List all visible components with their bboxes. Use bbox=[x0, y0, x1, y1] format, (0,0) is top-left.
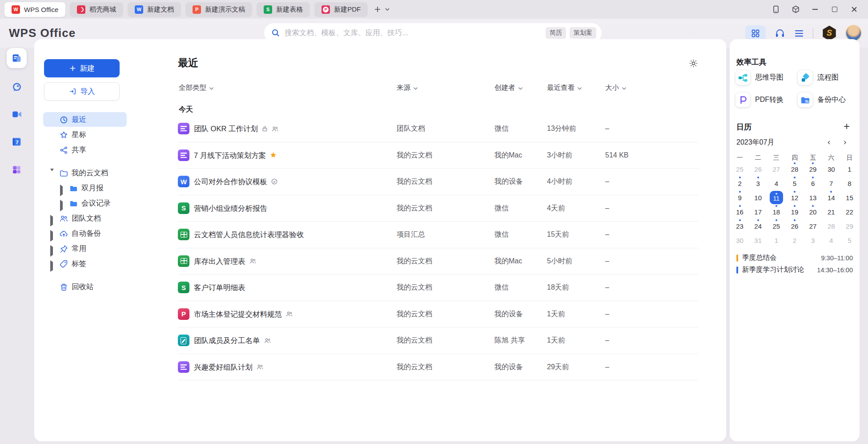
file-row[interactable]: 7 月线下活动策划方案我的云文档我的Mac3小时前514 KB bbox=[178, 142, 699, 169]
calendar-day[interactable]: 28 bbox=[785, 162, 804, 176]
search-tag-resume[interactable]: 简历 bbox=[546, 27, 566, 39]
calendar-prev-button[interactable]: ‹ bbox=[828, 137, 830, 147]
calendar-day[interactable]: 16 bbox=[731, 205, 749, 219]
tab-presentation[interactable]: P新建演示文稿 bbox=[185, 2, 252, 17]
rail-documents[interactable] bbox=[7, 48, 27, 68]
rail-apps[interactable] bbox=[7, 160, 27, 180]
calendar-day[interactable]: 12 bbox=[785, 190, 804, 205]
support-button[interactable] bbox=[775, 28, 785, 39]
calendar-event[interactable]: 新季度学习计划讨论14:30–16:00 bbox=[736, 264, 853, 276]
tab-wps[interactable]: WWPS Office bbox=[4, 2, 65, 17]
tool-backup-center[interactable]: 备份中心 bbox=[798, 93, 846, 107]
filter-4[interactable]: 大小 bbox=[605, 83, 627, 93]
calendar-day[interactable]: 6 bbox=[804, 176, 822, 190]
file-row[interactable]: 团队成员及分工名单我的云文档陈旭 共享1天前– bbox=[178, 327, 699, 354]
close-button[interactable] bbox=[850, 5, 858, 13]
new-tab-button[interactable] bbox=[374, 6, 381, 13]
calendar-day[interactable]: 13 bbox=[804, 190, 822, 205]
calendar-add-button[interactable]: + bbox=[844, 121, 850, 132]
sidebar-item-top-2[interactable]: 共享 bbox=[43, 142, 127, 157]
list-settings-button[interactable] bbox=[689, 59, 698, 70]
file-row[interactable]: P市场主体登记提交材料规范我的云文档我的设备1天前– bbox=[178, 301, 699, 328]
calendar-day[interactable]: 25 bbox=[731, 162, 749, 176]
calendar-day[interactable]: 21 bbox=[822, 205, 840, 219]
grid-apps-button[interactable] bbox=[745, 25, 766, 41]
calendar-day[interactable]: 27 bbox=[767, 162, 785, 176]
sidebar-item-tree-4[interactable]: 自动备份 bbox=[43, 226, 127, 241]
sidebar-item-tree-1[interactable]: 双月报 bbox=[43, 181, 127, 195]
calendar-day[interactable]: 23 bbox=[731, 219, 749, 233]
calendar-day[interactable]: 28 bbox=[822, 219, 840, 233]
sidebar-item-tree-3[interactable]: 团队文档 bbox=[43, 211, 127, 226]
calendar-day[interactable]: 20 bbox=[804, 205, 822, 219]
filter-0[interactable]: 全部类型 bbox=[179, 83, 214, 93]
caret-right-icon[interactable] bbox=[60, 202, 63, 210]
calendar-event[interactable]: 季度总结会9:30–11:00 bbox=[736, 252, 853, 264]
calendar-day[interactable]: 8 bbox=[840, 176, 859, 190]
calendar-day[interactable]: 24 bbox=[749, 219, 767, 233]
calendar-day[interactable]: 30 bbox=[822, 162, 840, 176]
calendar-day[interactable]: 3 bbox=[749, 176, 767, 190]
mobile-link-icon[interactable] bbox=[772, 5, 780, 13]
filter-1[interactable]: 来源 bbox=[397, 83, 418, 93]
sidebar-item-tree-6[interactable]: 标签 bbox=[43, 256, 127, 271]
calendar-next-button[interactable]: › bbox=[844, 137, 846, 147]
calendar-day[interactable]: 4 bbox=[822, 233, 840, 247]
calendar-day[interactable]: 29 bbox=[840, 219, 859, 233]
calendar-day[interactable]: 17 bbox=[749, 205, 767, 219]
file-row[interactable]: 团队 OKR 工作计划团队文档微信13分钟前– bbox=[178, 116, 699, 142]
tool-flowchart[interactable]: 流程图 bbox=[798, 70, 839, 85]
caret-right-icon[interactable] bbox=[60, 186, 63, 195]
calendar-day[interactable]: 18 bbox=[767, 205, 785, 219]
calendar-day[interactable]: 1 bbox=[767, 233, 785, 247]
svip-badge[interactable]: S bbox=[822, 26, 836, 41]
caret-right-icon[interactable] bbox=[50, 262, 53, 270]
search-tag-plan[interactable]: 策划案 bbox=[570, 27, 596, 39]
calendar-day[interactable]: 9 bbox=[731, 190, 749, 205]
sidebar-item-top-1[interactable]: 星标 bbox=[43, 127, 127, 142]
calendar-day[interactable]: 4 bbox=[767, 176, 785, 190]
rail-meeting[interactable] bbox=[7, 104, 27, 124]
filter-2[interactable]: 创建者 bbox=[494, 83, 523, 93]
tool-pdf-convert[interactable]: PDF转换 bbox=[735, 93, 784, 107]
caret-right-icon[interactable] bbox=[50, 232, 53, 240]
rail-chat[interactable] bbox=[7, 77, 27, 97]
calendar-day[interactable]: 29 bbox=[804, 162, 822, 176]
caret-right-icon[interactable] bbox=[50, 247, 53, 255]
calendar-day[interactable]: 31 bbox=[749, 233, 767, 247]
calendar-day[interactable]: 2 bbox=[731, 176, 749, 190]
calendar-day[interactable]: 15 bbox=[840, 190, 859, 205]
file-row[interactable]: 库存出入管理表我的云文档我的Mac5小时前– bbox=[178, 248, 699, 275]
sidebar-item-tree-0[interactable]: 我的云文档 bbox=[43, 165, 127, 180]
caret-right-icon[interactable] bbox=[50, 217, 53, 225]
calendar-day[interactable]: 3 bbox=[804, 233, 822, 247]
calendar-day[interactable]: 19 bbox=[785, 205, 804, 219]
file-row[interactable]: S客户订单明细表我的云文档微信18天前– bbox=[178, 274, 699, 301]
tool-mindmap[interactable]: 思维导图 bbox=[735, 70, 784, 85]
tab-docer[interactable]: 稻壳商城 bbox=[70, 2, 123, 17]
calendar-day[interactable]: 7 bbox=[822, 176, 840, 190]
calendar-day[interactable]: 5 bbox=[785, 176, 804, 190]
tab-writer[interactable]: W新建文档 bbox=[128, 2, 181, 17]
maximize-button[interactable] bbox=[831, 5, 839, 13]
tab-sheet[interactable]: S新建表格 bbox=[257, 2, 310, 17]
tab-pdf[interactable]: P新建PDF bbox=[314, 2, 368, 17]
calendar-day[interactable]: 25 bbox=[767, 219, 785, 233]
caret-down-icon[interactable] bbox=[50, 171, 54, 180]
calendar-day[interactable]: 2 bbox=[785, 233, 804, 247]
calendar-day[interactable]: 26 bbox=[785, 219, 804, 233]
rail-calendar[interactable]: 7 bbox=[7, 132, 27, 152]
calendar-day[interactable]: 22 bbox=[840, 205, 859, 219]
calendar-day[interactable]: 30 bbox=[731, 233, 749, 247]
calendar-day[interactable]: 26 bbox=[749, 162, 767, 176]
sidebar-item-trash[interactable]: 回收站 bbox=[43, 279, 127, 294]
calendar-day[interactable]: 5 bbox=[840, 233, 859, 247]
main-menu-button[interactable] bbox=[794, 29, 804, 37]
minimize-button[interactable] bbox=[811, 5, 819, 13]
calendar-day[interactable]: 27 bbox=[804, 219, 822, 233]
sidebar-item-tree-2[interactable]: 会议记录 bbox=[43, 196, 127, 210]
file-row[interactable]: W公司对外合作协议模板我的云文档我的设备4小时前– bbox=[178, 169, 699, 195]
calendar-day[interactable]: 14 bbox=[822, 190, 840, 205]
calendar-day[interactable]: 11 bbox=[767, 190, 785, 205]
new-document-button[interactable]: 新建 bbox=[44, 59, 120, 77]
